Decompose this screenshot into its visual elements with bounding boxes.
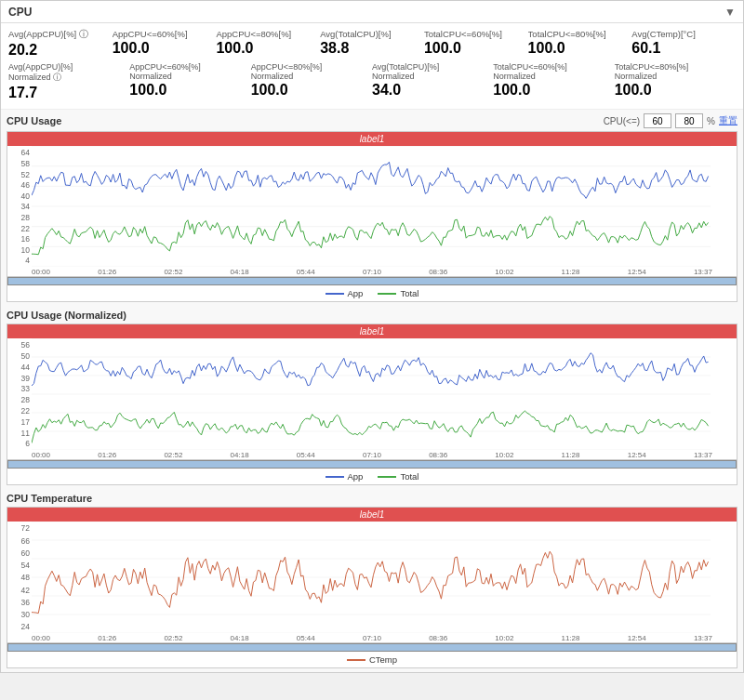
threshold-label: CPU(<=) — [604, 116, 640, 126]
x-axis-label: 12:54 — [628, 451, 646, 459]
y-axis-label: 34 — [9, 202, 30, 211]
page-title: CPU — [8, 6, 32, 19]
stat-item: TotalCPU<=60%[%]100.0 — [424, 29, 528, 57]
stat-value: 100.0 — [129, 81, 250, 99]
legend-label: Total — [400, 471, 418, 482]
scrollbar-3[interactable] — [7, 642, 737, 652]
x-axis-label: 13:37 — [694, 268, 712, 276]
y-axis-label: 48 — [9, 573, 30, 582]
y-axis-label: 58 — [9, 159, 30, 168]
x-axis-label: 07:10 — [363, 268, 381, 276]
y-axis-label: 66 — [9, 536, 30, 546]
stat-value: 100.0 — [424, 39, 528, 57]
stat-label: AppCPU<=60%[%] — [113, 29, 217, 39]
legend-1: AppTotal — [7, 285, 737, 301]
cpu-usage-title: CPU Usage — [7, 115, 61, 126]
stat-label: Avg(CTemp)[°C] — [631, 29, 736, 39]
x-axis-label: 10:02 — [495, 451, 513, 459]
chart-inner-2: 5650443933282217116 — [7, 338, 737, 450]
stat-item: Avg(TotalCPU)[%]Normalized34.0 — [372, 62, 493, 99]
x-axis-label: 05:44 — [297, 451, 315, 459]
title-bar: CPU ▼ — [1, 1, 743, 23]
y-axis-1: 645852464034282216104 — [7, 146, 32, 267]
legend-item: CTemp — [347, 654, 397, 665]
legend-line — [326, 293, 344, 295]
x-axis-label: 11:28 — [562, 268, 580, 276]
stat-sublabel: AppCPU<=80%[%]Normalized — [251, 62, 372, 81]
x-axis-label: 05:44 — [297, 634, 315, 642]
y-axis-label: 52 — [9, 170, 30, 179]
stat-value: 100.0 — [528, 39, 632, 57]
x-axis-label: 04:18 — [231, 634, 249, 642]
y-axis-label: 22 — [9, 406, 30, 416]
stat-label: Avg(TotalCPU)[%] — [320, 29, 424, 39]
chart-inner-1: 645852464034282216104 — [7, 146, 737, 267]
x-axis-label: 08:36 — [429, 451, 447, 459]
y-axis-label: 42 — [9, 586, 30, 595]
x-axis-label: 04:18 — [231, 451, 249, 459]
stat-value: 20.2 — [8, 41, 113, 59]
stat-item: AppCPU<=80%[%]100.0 — [216, 29, 320, 57]
y-axis-label: 46 — [9, 180, 30, 190]
charts-area: CPU Usage CPU(<=) % 重置 label1 6458524640… — [1, 110, 743, 672]
y-axis-label: 28 — [9, 213, 30, 222]
x-axis-label: 08:36 — [429, 634, 447, 642]
legend-3: CTemp — [7, 652, 737, 667]
x-axis-label: 13:37 — [694, 634, 712, 642]
y-axis-label: 33 — [9, 384, 30, 393]
stat-item: TotalCPU<=60%[%]Normalized100.0 — [493, 62, 614, 99]
collapse-button[interactable]: ▼ — [724, 6, 736, 19]
x-axis-label: 02:52 — [164, 634, 182, 642]
stat-item: Avg(CTemp)[°C]60.1 — [631, 29, 736, 57]
x-axis-label: 02:52 — [164, 268, 182, 276]
stat-item: AppCPU<=60%[%]Normalized100.0 — [129, 62, 250, 99]
stat-value: 34.0 — [372, 81, 493, 99]
y-axis-label: 50 — [9, 351, 30, 361]
threshold-input-60[interactable] — [644, 113, 671, 128]
legend-item: App — [326, 288, 364, 298]
x-axis-label: 12:54 — [628, 268, 646, 276]
threshold-pct: % — [707, 116, 715, 126]
x-axis-label: 08:36 — [429, 268, 447, 276]
reset-link[interactable]: 重置 — [719, 114, 737, 127]
x-axis-label: 11:28 — [562, 634, 580, 642]
chart-inner-3: 726660544842363024 — [7, 522, 737, 633]
y-axis-label: 30 — [9, 610, 30, 619]
x-axis-label: 07:10 — [363, 634, 381, 642]
stat-item: TotalCPU<=80%[%]100.0 — [528, 29, 632, 57]
stat-item: Avg(AppCPU)[%] ⓘ20.2 — [8, 29, 113, 59]
x-axis-label: 00:00 — [32, 451, 50, 459]
y-axis-label: 10 — [9, 245, 30, 255]
x-axis-label: 05:44 — [297, 268, 315, 276]
y-axis-label: 28 — [9, 395, 30, 404]
y-axis-label: 4 — [9, 256, 30, 265]
stat-value: 38.8 — [320, 39, 424, 57]
stats-section: Avg(AppCPU)[%] ⓘ20.2AppCPU<=60%[%]100.0A… — [1, 23, 743, 110]
chart-label-bar-3: label1 — [7, 508, 737, 522]
x-axis-label: 10:02 — [495, 634, 513, 642]
legend-label: App — [348, 471, 364, 482]
legend-item: Total — [378, 471, 418, 482]
y-axis-label: 39 — [9, 374, 30, 383]
chart-canvas-1 — [32, 146, 737, 267]
stat-value: 100.0 — [216, 39, 320, 57]
stat-item: TotalCPU<=80%[%]Normalized100.0 — [615, 62, 736, 99]
scrollbar-2[interactable] — [7, 459, 737, 469]
threshold-input-80[interactable] — [675, 113, 703, 128]
chart-label-bar-1: label1 — [7, 132, 737, 146]
cpu-temp-title: CPU Temperature — [7, 493, 92, 504]
y-axis-label: 36 — [9, 598, 30, 607]
legend-label: App — [348, 288, 364, 298]
y-axis-label: 44 — [9, 363, 30, 372]
legend-line — [378, 476, 396, 478]
cpu-usage-header: CPU Usage CPU(<=) % 重置 — [7, 113, 737, 128]
stat-item: Avg(TotalCPU)[%]38.8 — [320, 29, 424, 57]
stat-sublabel: AppCPU<=60%[%]Normalized — [129, 62, 250, 81]
x-axis-label: 10:02 — [495, 268, 513, 276]
x-axis-label: 12:54 — [628, 634, 646, 642]
scrollbar-1[interactable] — [7, 276, 737, 285]
y-axis-label: 54 — [9, 561, 30, 570]
x-axis-label: 01:26 — [98, 634, 116, 642]
x-axis-3: 00:0001:2602:5204:1805:4407:1008:3610:02… — [7, 633, 737, 642]
y-axis-label: 24 — [9, 622, 30, 631]
